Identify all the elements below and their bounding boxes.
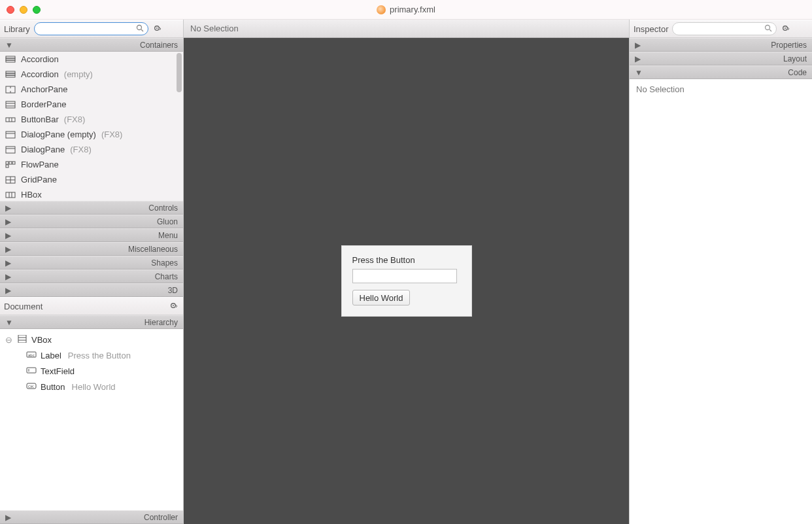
library-item-label: Accordion bbox=[21, 69, 59, 79]
library-item-sub: (FX8) bbox=[64, 114, 86, 124]
inspector-body-text: No Selection bbox=[636, 84, 685, 94]
library-item-anchorpane[interactable]: AnchorPane bbox=[0, 82, 183, 97]
hierarchy-node-type: Button bbox=[41, 382, 65, 392]
svg-rect-19 bbox=[6, 131, 15, 138]
hierarchy-node-type: TextField bbox=[41, 366, 75, 376]
stack-icon bbox=[5, 70, 16, 79]
svg-rect-35 bbox=[18, 335, 26, 343]
dialog-icon bbox=[5, 130, 16, 139]
workspace: Library ▼ Containers Accordion bbox=[0, 20, 812, 524]
library-item-label: BorderPane bbox=[21, 99, 66, 109]
library-section-charts[interactable]: ▶ Charts bbox=[0, 270, 183, 283]
document-section-hierarchy[interactable]: ▼ Hierarchy bbox=[0, 315, 183, 329]
flow-icon bbox=[5, 160, 16, 169]
collapse-icon[interactable]: ⊖ bbox=[5, 335, 13, 345]
svg-text:OK: OK bbox=[28, 385, 34, 389]
library-item-dialogpane-empty[interactable]: DialogPane (empty) (FX8) bbox=[0, 127, 183, 142]
library-section-menu[interactable]: ▶ Menu bbox=[0, 228, 183, 242]
chevron-down-icon: ▼ bbox=[5, 318, 13, 327]
chevron-right-icon: ▶ bbox=[5, 272, 13, 281]
chevron-down-icon: ▼ bbox=[635, 68, 643, 77]
inspector-body: No Selection bbox=[630, 79, 812, 524]
svg-rect-16 bbox=[6, 118, 15, 122]
library-item-borderpane[interactable]: BorderPane bbox=[0, 97, 183, 112]
library-item-gridpane[interactable]: GridPane bbox=[0, 172, 183, 187]
document-menu-button[interactable] bbox=[169, 301, 179, 311]
library-item-accordion-empty[interactable]: Accordion (empty) bbox=[0, 67, 183, 82]
center-column: No Selection Press the Button Hello Worl… bbox=[184, 20, 629, 524]
chevron-right-icon: ▶ bbox=[5, 245, 13, 254]
library-item-label: DialogPane (empty) bbox=[21, 130, 96, 139]
design-canvas[interactable]: Press the Button Hello World bbox=[184, 38, 629, 524]
inspector-menu-button[interactable] bbox=[781, 24, 791, 34]
library-section-shapes[interactable]: ▶ Shapes bbox=[0, 256, 183, 270]
library-section-label: Containers bbox=[13, 41, 178, 50]
close-window-button[interactable] bbox=[7, 6, 14, 14]
preview-button[interactable]: Hello World bbox=[352, 290, 411, 306]
library-section-controls[interactable]: ▶ Controls bbox=[0, 201, 183, 215]
hierarchy-node-button[interactable]: OK Button Hello World bbox=[0, 379, 183, 394]
textfield-icon bbox=[26, 366, 37, 376]
library-section-3d[interactable]: ▶ 3D bbox=[0, 283, 183, 297]
library-item-label: Accordion bbox=[21, 54, 59, 64]
vbox-icon bbox=[17, 335, 27, 344]
library-item-label: FlowPane bbox=[21, 160, 59, 169]
preview-textfield[interactable] bbox=[352, 269, 457, 283]
library-item-dialogpane[interactable]: DialogPane (FX8) bbox=[0, 142, 183, 157]
svg-rect-23 bbox=[6, 162, 8, 164]
chevron-right-icon: ▶ bbox=[5, 286, 13, 295]
svg-point-44 bbox=[766, 26, 770, 30]
svg-rect-25 bbox=[12, 162, 15, 164]
library-item-buttonbar[interactable]: ButtonBar (FX8) bbox=[0, 112, 183, 127]
inspector-section-code[interactable]: ▼ Code bbox=[630, 65, 812, 79]
library-section-gluon[interactable]: ▶ Gluon bbox=[0, 215, 183, 228]
inspector-title: Inspector bbox=[634, 24, 668, 34]
library-item-accordion[interactable]: Accordion bbox=[0, 52, 183, 67]
hierarchy-node-vbox[interactable]: ⊖ VBox bbox=[0, 332, 183, 347]
inspector-panel-header: Inspector bbox=[630, 20, 812, 38]
library-item-sub: (FX8) bbox=[101, 130, 123, 139]
library-search[interactable] bbox=[34, 22, 148, 35]
library-section-label: Miscellaneous bbox=[13, 245, 178, 254]
hierarchy-node-type: Label bbox=[41, 351, 61, 360]
minimize-window-button[interactable] bbox=[20, 6, 27, 14]
window-title: primary.fxml bbox=[0, 5, 812, 14]
inspector-section-label: Layout bbox=[643, 54, 807, 63]
document-section-controller[interactable]: ▶ Controller bbox=[0, 510, 183, 524]
svg-rect-30 bbox=[6, 192, 15, 198]
anchor-icon bbox=[5, 85, 16, 94]
library-section-containers[interactable]: ▼ Containers bbox=[0, 38, 183, 52]
svg-rect-24 bbox=[9, 162, 12, 164]
library-item-label: ButtonBar bbox=[21, 114, 59, 124]
zoom-window-button[interactable] bbox=[33, 6, 41, 14]
scrollbar-thumb[interactable] bbox=[177, 53, 182, 92]
svg-rect-26 bbox=[6, 165, 8, 167]
library-item-label: GridPane bbox=[21, 175, 57, 184]
inspector-section-layout[interactable]: ▶ Layout bbox=[630, 52, 812, 65]
library-item-hbox[interactable]: HBox bbox=[0, 187, 183, 201]
selection-status: No Selection bbox=[190, 24, 239, 33]
library-menu-button[interactable] bbox=[152, 24, 163, 34]
preview-vbox[interactable]: Press the Button Hello World bbox=[341, 245, 472, 317]
hierarchy-node-textfield[interactable]: TextField bbox=[0, 363, 183, 379]
inspector-search[interactable] bbox=[672, 22, 777, 35]
library-search-input[interactable] bbox=[40, 24, 137, 33]
hierarchy-node-label-child[interactable]: abc Label Press the Button bbox=[0, 347, 183, 363]
preview-label[interactable]: Press the Button bbox=[352, 255, 461, 265]
library-item-flowpane[interactable]: FlowPane bbox=[0, 157, 183, 172]
hierarchy-tree: ⊖ VBox abc Label Press the Button TextFi… bbox=[0, 329, 183, 510]
inspector-search-input[interactable] bbox=[678, 24, 766, 33]
library-title: Library bbox=[4, 24, 30, 34]
chevron-down-icon: ▼ bbox=[5, 41, 13, 50]
inspector-section-properties[interactable]: ▶ Properties bbox=[630, 38, 812, 52]
library-section-miscellaneous[interactable]: ▶ Miscellaneous bbox=[0, 242, 183, 256]
chevron-right-icon: ▶ bbox=[5, 513, 13, 522]
chevron-right-icon: ▶ bbox=[5, 217, 13, 226]
svg-point-47 bbox=[785, 27, 786, 29]
svg-rect-13 bbox=[6, 101, 15, 108]
library-section-label: Charts bbox=[13, 272, 178, 281]
left-column: Library ▼ Containers Accordion bbox=[0, 20, 184, 524]
svg-rect-9 bbox=[6, 75, 15, 77]
library-item-label: DialogPane bbox=[21, 145, 65, 154]
inspector-section-label: Properties bbox=[643, 41, 807, 50]
